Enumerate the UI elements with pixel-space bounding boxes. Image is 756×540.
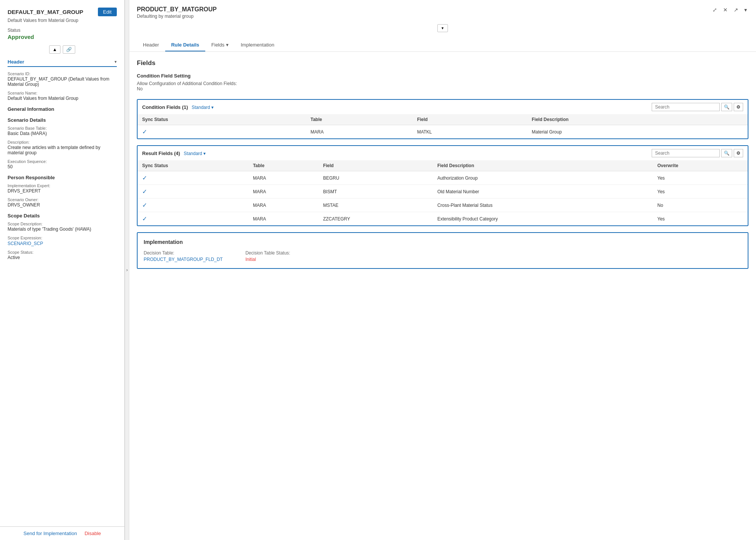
condition-fields-search-row: 🔍 ⚙ [652, 103, 743, 111]
result-fields-standard-dropdown[interactable]: Standard ▾ [184, 151, 206, 156]
execution-sequence-label: Execution Sequence: [8, 159, 117, 164]
implementation-card-row: Decision Table: PRODUCT_BY_MATGROUP_FLD_… [144, 250, 742, 262]
scope-description-label: Scope Description: [8, 222, 117, 226]
right-controls: ⤢ ✕ ↗ ▾ [711, 6, 748, 14]
overwrite-cell: Yes [653, 185, 748, 199]
content-section-title: Fields [137, 59, 748, 67]
col-table-2: Table [248, 160, 319, 171]
expand-icon[interactable]: ⤢ [711, 6, 719, 14]
scenario-name-value: Default Values from Material Group [8, 96, 117, 101]
close-icon[interactable]: ✕ [722, 6, 729, 14]
person-responsible-title: Person Responsible [8, 175, 117, 180]
implementation-expert-label: Implementation Expert: [8, 183, 117, 188]
scenario-id-label: Scenario ID: [8, 71, 117, 76]
condition-fields-standard-dropdown[interactable]: Standard ▾ [192, 105, 214, 110]
table-row: ✓ MARA MATKL Material Group [138, 125, 748, 139]
base-table-group: Scenario Base Table: Basic Data (MARA) [8, 126, 117, 136]
scenario-owner-group: Scenario Owner: DRVS_OWNER [8, 197, 117, 208]
sync-status-cell: ✓ [138, 171, 248, 185]
header-section[interactable]: Header ▾ [8, 59, 117, 67]
cfs-title: Condition Field Setting [137, 73, 748, 79]
field-description-cell: Old Material Number [433, 185, 653, 199]
scope-expression-link[interactable]: SCENARIO_SCP [8, 241, 43, 246]
description-value: Create new articles with a template defi… [8, 145, 117, 155]
field-description-cell: Authorization Group [433, 171, 653, 185]
result-fields-table-header-row: Sync Status Table Field Field Descriptio… [138, 160, 748, 171]
right-panel-title: PRODUCT_BY_MATGROUP [137, 6, 217, 13]
overwrite-cell: Yes [653, 171, 748, 185]
table-cell: MARA [306, 125, 412, 139]
base-table-value: Basic Data (MARA) [8, 131, 117, 136]
send-for-implementation-button[interactable]: Send for Implementation [23, 531, 77, 536]
table-cell: MARA [248, 199, 319, 212]
panel-splitter[interactable]: › [125, 0, 129, 540]
scenario-details-title: Scenario Details [8, 117, 117, 123]
scope-expression-group: Scope Expression: SCENARIO_SCP [8, 236, 117, 246]
status-label: Status [8, 28, 117, 33]
overwrite-cell: Yes [653, 212, 748, 226]
col-sync-status-1: Sync Status [138, 114, 306, 125]
result-fields-search-input[interactable] [652, 149, 720, 157]
disable-button[interactable]: Disable [85, 531, 101, 536]
base-table-label: Scenario Base Table: [8, 126, 117, 130]
scope-status-value: Active [8, 255, 117, 260]
edit-button[interactable]: Edit [98, 8, 117, 16]
right-header: PRODUCT_BY_MATGROUP Defaulting by materi… [129, 0, 756, 52]
condition-fields-table-header-row: Sync Status Table Field Field Descriptio… [138, 114, 748, 125]
col-sync-status-2: Sync Status [138, 160, 248, 171]
table-cell: MARA [248, 171, 319, 185]
scenario-owner-label: Scenario Owner: [8, 197, 117, 202]
field-cell: BISMT [319, 185, 433, 199]
scenario-id-value: DEFAULT_BY_MAT_GROUP (Default Values fro… [8, 76, 117, 87]
col-table-1: Table [306, 114, 412, 125]
right-content: Fields Condition Field Setting Allow Con… [129, 52, 756, 540]
field-cell: ZZCATEGRY [319, 212, 433, 226]
condition-fields-search-input[interactable] [652, 103, 720, 111]
tab-implementation[interactable]: Implementation [235, 39, 280, 51]
result-fields-title: Result Fields (4) [142, 151, 180, 156]
decision-table-link[interactable]: PRODUCT_BY_MATGROUP_FLD_DT [144, 257, 223, 262]
field-description-cell: Cross-Plant Material Status [433, 199, 653, 212]
table-row: ✓ MARA ZZCATEGRY Extensibility Product C… [138, 212, 748, 226]
more-options-icon[interactable]: ▾ [743, 6, 748, 14]
nav-up-button[interactable]: ▲ [49, 45, 60, 54]
tab-fields[interactable]: Fields ▾ [205, 39, 235, 51]
sync-status-cell: ✓ [138, 185, 248, 199]
implementation-expert-value: DRVS_EXPERT [8, 188, 117, 194]
table-cell: MARA [248, 185, 319, 199]
nav-icons: ▲ 🔗 [8, 45, 117, 54]
table-row: ✓ MARA BISMT Old Material Number Yes [138, 185, 748, 199]
implementation-card-title: Implementation [144, 239, 742, 245]
result-fields-card: Result Fields (4) Standard ▾ 🔍 ⚙ Sync St… [137, 145, 748, 226]
condition-fields-settings-button[interactable]: ⚙ [734, 103, 743, 111]
left-title-row: DEFAULT_BY_MAT_GROUP Edit [8, 8, 117, 16]
right-panel: PRODUCT_BY_MATGROUP Defaulting by materi… [129, 0, 756, 540]
collapse-button[interactable]: ▾ [437, 24, 448, 32]
execution-sequence-group: Execution Sequence: 50 [8, 159, 117, 169]
table-row: ✓ MARA MSTAE Cross-Plant Material Status… [138, 199, 748, 212]
scenario-name-group: Scenario Name: Default Values from Mater… [8, 91, 117, 101]
nav-link-button[interactable]: 🔗 [63, 45, 75, 54]
tab-fields-chevron-icon: ▾ [226, 42, 229, 48]
left-footer: Send for Implementation Disable [0, 526, 124, 540]
decision-table-field: Decision Table: PRODUCT_BY_MATGROUP_FLD_… [144, 250, 223, 262]
right-title-group: PRODUCT_BY_MATGROUP Defaulting by materi… [137, 6, 217, 19]
decision-table-status-label: Decision Table Status: [245, 250, 290, 256]
tab-rule-details[interactable]: Rule Details [165, 39, 205, 51]
scenario-subtitle: Default Values from Material Group [8, 18, 117, 23]
share-icon[interactable]: ↗ [732, 6, 740, 14]
cfs-allow-config-label: Allow Configuration of Additional Condit… [137, 81, 237, 86]
field-description-cell: Extensibility Product Category [433, 212, 653, 226]
condition-fields-card: Condition Fields (1) Standard ▾ 🔍 ⚙ Sync… [137, 99, 748, 139]
tab-header[interactable]: Header [137, 39, 165, 51]
col-field-description-2: Field Description [433, 160, 653, 171]
splitter-arrow-icon: › [126, 267, 128, 273]
table-cell: MARA [248, 212, 319, 226]
result-fields-settings-button[interactable]: ⚙ [734, 149, 743, 157]
scenario-owner-value: DRVS_OWNER [8, 202, 117, 208]
condition-field-setting: Condition Field Setting Allow Configurat… [137, 73, 748, 92]
result-fields-search-button[interactable]: 🔍 [721, 149, 732, 157]
condition-fields-search-button[interactable]: 🔍 [721, 103, 732, 111]
scenario-name-label: Scenario Name: [8, 91, 117, 95]
scenario-title: DEFAULT_BY_MAT_GROUP [8, 9, 83, 15]
